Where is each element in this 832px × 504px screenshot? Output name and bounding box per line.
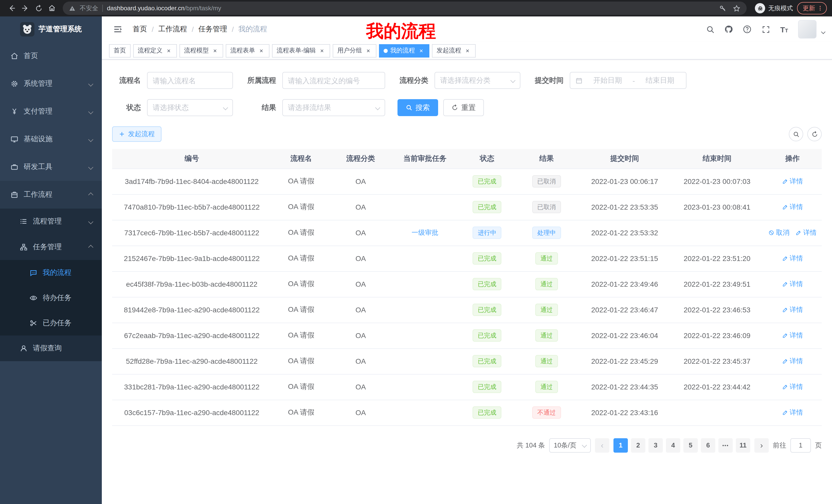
result-select[interactable]: 请选择流结果 <box>282 99 385 116</box>
detail-link[interactable]: 详情 <box>782 408 803 417</box>
help-button[interactable] <box>739 22 755 37</box>
back-button[interactable] <box>5 2 19 15</box>
github-button[interactable] <box>721 22 736 37</box>
cell-actions: 取消 详情 <box>763 271 822 297</box>
page-button[interactable]: 3 <box>648 438 663 452</box>
tab[interactable]: 流程定义 × <box>133 44 177 57</box>
sidebar-toggle-button[interactable] <box>110 22 126 37</box>
refresh-table-button[interactable] <box>807 127 822 141</box>
status-badge: 已完成 <box>473 407 501 419</box>
detail-link[interactable]: 详情 <box>782 382 803 391</box>
detail-link[interactable]: 详情 <box>782 254 803 263</box>
header-search-button[interactable] <box>702 22 718 37</box>
sidebar-item-infra[interactable]: 基础设施 <box>0 125 102 153</box>
sidebar-item-done-tasks[interactable]: 已办任务 <box>0 310 102 335</box>
cell-result: 通过 <box>515 323 578 348</box>
tab-close-icon[interactable]: × <box>211 47 218 54</box>
plus-icon <box>119 131 125 137</box>
page-button[interactable]: 11 <box>736 438 750 452</box>
fullscreen-button[interactable] <box>758 22 773 37</box>
tab[interactable]: 首页 × <box>109 44 131 57</box>
update-button[interactable]: 更新 <box>797 2 827 15</box>
sidebar-item-home[interactable]: 首页 <box>0 42 102 70</box>
hamburger-icon <box>113 25 122 34</box>
toggle-search-button[interactable] <box>789 127 803 141</box>
date-range-picker[interactable]: 开始日期 - 结束日期 <box>570 72 686 89</box>
chat-bubble-icon <box>29 269 37 277</box>
breadcrumb-task-mgmt[interactable]: 任务管理 <box>199 25 227 34</box>
detail-link[interactable]: 详情 <box>796 228 816 237</box>
detail-link[interactable]: 详情 <box>782 357 803 366</box>
key-icon[interactable] <box>719 4 727 12</box>
status-select[interactable]: 请选择状态 <box>147 99 233 116</box>
result-badge: 不通过 <box>532 407 561 419</box>
reload-button[interactable] <box>32 2 45 15</box>
next-page-button[interactable]: › <box>754 438 769 452</box>
search-button[interactable]: 搜索 <box>397 99 438 116</box>
tab-close-icon[interactable]: × <box>318 47 326 54</box>
tab-close-icon[interactable]: × <box>258 47 265 54</box>
scissors-icon <box>29 319 37 327</box>
font-size-button[interactable]: TT <box>777 22 792 37</box>
caret-down-icon[interactable] <box>821 30 826 34</box>
menu-dots-icon[interactable] <box>817 5 823 12</box>
detail-link[interactable]: 详情 <box>782 177 803 186</box>
sidebar-item-todo-tasks[interactable]: 待办任务 <box>0 285 102 310</box>
forward-button[interactable] <box>19 2 32 15</box>
app-logo-row[interactable]: 芋道管理系统 <box>0 17 102 42</box>
security-label: 不安全 <box>80 4 98 12</box>
sidebar-item-leave-query[interactable]: 请假查询 <box>0 335 102 361</box>
page-button[interactable]: 4 <box>666 438 680 452</box>
tab[interactable]: 流程表单 × <box>226 44 269 57</box>
page-button[interactable]: 1 <box>614 438 628 452</box>
cell-end-time: 2022-01-22 23:46:09 <box>671 323 763 348</box>
tab[interactable]: 我的流程 × <box>379 44 430 57</box>
suitcase-icon <box>10 191 19 199</box>
sidebar-item-task-mgmt[interactable]: 任务管理 <box>0 234 102 260</box>
current-task-link[interactable]: 一级审批 <box>412 228 438 237</box>
tab[interactable]: 流程表单-编辑 × <box>272 44 330 57</box>
cell-current-task: 一级审批 <box>391 220 460 246</box>
sidebar-item-my-process[interactable]: 我的流程 <box>0 260 102 285</box>
category-select[interactable]: 请选择流程分类 <box>435 72 520 89</box>
process-name-input[interactable] <box>147 72 233 89</box>
sidebar-item-payment[interactable]: 支付管理 <box>0 97 102 125</box>
cell-result: 通过 <box>515 246 578 271</box>
sidebar-item-process-mgmt[interactable]: 流程管理 <box>0 208 102 234</box>
reset-button[interactable]: 重置 <box>443 99 484 116</box>
sidebar-item-workflow[interactable]: 工作流程 <box>0 181 102 208</box>
detail-link[interactable]: 详情 <box>782 305 803 314</box>
detail-link[interactable]: 详情 <box>782 279 803 289</box>
detail-link[interactable]: 详情 <box>782 331 803 340</box>
prev-page-button[interactable]: ‹ <box>595 438 609 452</box>
tab-close-icon[interactable]: × <box>165 47 172 54</box>
page-size-select[interactable]: 10条/页 <box>549 438 591 452</box>
sidebar-item-devtools[interactable]: 研发工具 <box>0 153 102 181</box>
parent-process-input[interactable] <box>282 72 385 89</box>
cell-current-task <box>391 271 460 297</box>
tab-close-icon[interactable]: × <box>464 47 471 54</box>
tab-close-icon[interactable]: × <box>418 47 425 54</box>
page-button[interactable]: 2 <box>631 438 645 452</box>
cancel-link[interactable]: 取消 <box>768 228 789 237</box>
breadcrumb-workflow[interactable]: 工作流程 <box>158 25 187 34</box>
home-button[interactable] <box>45 2 59 15</box>
cell-current-task <box>391 323 460 348</box>
tab[interactable]: 用户分组 × <box>333 44 376 57</box>
page-button[interactable]: ••• <box>718 438 733 452</box>
tab-close-icon[interactable]: × <box>365 47 372 54</box>
start-process-button[interactable]: 发起流程 <box>112 127 161 142</box>
cell-submit-time: 2022-01-22 23:46:47 <box>578 297 671 323</box>
avatar[interactable] <box>798 20 816 38</box>
page-button[interactable]: 5 <box>683 438 698 452</box>
detail-link[interactable]: 详情 <box>782 202 803 212</box>
page-button[interactable]: 6 <box>701 438 715 452</box>
sidebar-item-system[interactable]: 系统管理 <box>0 70 102 97</box>
cell-current-task <box>391 246 460 271</box>
tab[interactable]: 流程模型 × <box>179 44 223 57</box>
address-bar[interactable]: 不安全 dashboard.yudao.iocoder.cn/bpm/task/… <box>63 2 747 15</box>
breadcrumb-home[interactable]: 首页 <box>133 25 147 34</box>
goto-page-input[interactable] <box>790 438 811 452</box>
tab[interactable]: 发起流程 × <box>432 44 476 57</box>
bookmark-star-icon[interactable] <box>733 4 740 12</box>
